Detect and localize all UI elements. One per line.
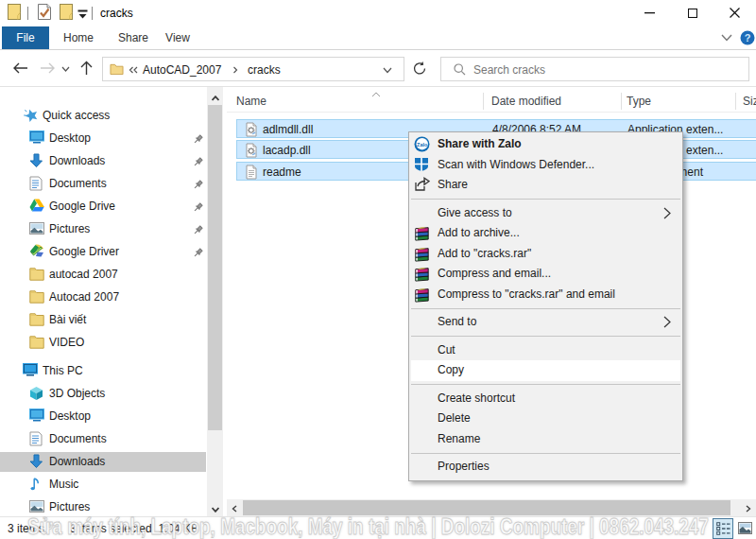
svg-text:Zalo: Zalo	[417, 142, 428, 148]
svg-text:?: ?	[745, 32, 751, 43]
